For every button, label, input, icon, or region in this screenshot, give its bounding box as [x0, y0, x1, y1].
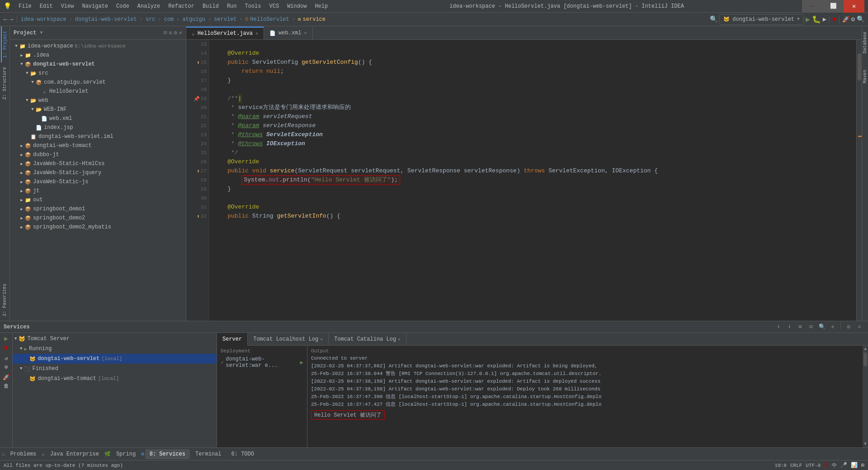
- svc-group-btn[interactable]: ⊞: [795, 322, 805, 332]
- svc-search-btn[interactable]: 🔍: [817, 322, 827, 332]
- tab-close-helloservlet[interactable]: ✕: [255, 31, 258, 36]
- maximize-button[interactable]: ⬜: [823, 0, 844, 13]
- tree-item-webxml[interactable]: ▶ 📄 web.xml: [10, 114, 186, 123]
- collapse-all-icon[interactable]: ⊟: [164, 29, 167, 36]
- services-bottom-tab[interactable]: 8: Services: [145, 449, 190, 459]
- menu-vcs[interactable]: VCS: [266, 2, 283, 10]
- project-dropdown-icon[interactable]: ▼: [40, 30, 42, 35]
- output-scrollbar[interactable]: ▲ ▼: [863, 346, 868, 447]
- menu-run[interactable]: Run: [223, 2, 241, 10]
- svc-item-running[interactable]: ▼ ▶ Running: [13, 344, 217, 354]
- java-enterprise-tab[interactable]: Java Enterprise: [46, 449, 104, 459]
- stats-icon[interactable]: 📊: [851, 462, 858, 469]
- svc-add-btn[interactable]: +: [828, 322, 838, 332]
- menu-navigate[interactable]: Navigate: [78, 2, 112, 10]
- breadcrumb-com[interactable]: com: [164, 16, 174, 23]
- minimize-button[interactable]: ─: [802, 0, 823, 13]
- run-config-dropdown[interactable]: ▼: [797, 17, 800, 22]
- run-button[interactable]: ▶: [806, 15, 810, 24]
- breadcrumb-class[interactable]: HelloServlet: [250, 16, 289, 23]
- database-tab[interactable]: Database: [862, 28, 868, 57]
- settings-button[interactable]: ⚙: [851, 15, 855, 23]
- svc-undeploy-icon[interactable]: 🗑: [4, 383, 9, 389]
- nav-back-icon[interactable]: ←: [4, 16, 7, 23]
- search-everywhere-button[interactable]: 🔍: [857, 15, 864, 23]
- tree-item-jt[interactable]: ▶ 📦 jt: [10, 186, 186, 195]
- svc-item-dongtai-running[interactable]: ▼ 🐱 dongtai-web-servlet [local]: [13, 354, 217, 364]
- menu-help[interactable]: Help: [311, 2, 331, 10]
- ime-icon[interactable]: 中: [832, 462, 837, 469]
- svc-item-dongtai-tomact[interactable]: ▼ 🐱 dongtai-web-tomact [local]: [13, 374, 217, 384]
- svc-item-tomcat-server[interactable]: ▼ 🐱 Tomcat Server: [13, 334, 217, 344]
- run-with-coverage-button[interactable]: ▶: [823, 15, 826, 23]
- tree-item-tomact[interactable]: ▶ 📦 dongtai-web-tomact: [10, 141, 186, 150]
- line-ending[interactable]: CRLF: [790, 463, 802, 468]
- log-tab-catalina-close[interactable]: ✕: [398, 337, 401, 342]
- scroll-thumb[interactable]: [863, 352, 867, 366]
- scroll-down-icon[interactable]: ▼: [864, 442, 867, 446]
- menu-analyze[interactable]: Analyze: [134, 2, 164, 10]
- menu-bar[interactable]: File Edit View Navigate Code Analyze Ref…: [15, 2, 331, 10]
- tree-item-springboot2[interactable]: ▶ 📦 springboot_demo2: [10, 214, 186, 223]
- tree-item-jquery[interactable]: ▶ 📦 JavaWeb-Static-jquery: [10, 168, 186, 177]
- breadcrumb-atguigu[interactable]: atguigu: [183, 16, 205, 23]
- menu-file[interactable]: File: [15, 2, 35, 10]
- menu-view[interactable]: View: [57, 2, 78, 10]
- breadcrumb-module[interactable]: dongtai-web-servlet: [75, 16, 137, 23]
- layout-icon[interactable]: ⊞: [861, 462, 864, 469]
- tree-item-springboot1[interactable]: ▶ 📦 springboot_demo1: [10, 204, 186, 214]
- deploy-button[interactable]: 🚀: [842, 16, 849, 23]
- tree-item-mybatis[interactable]: ▶ 📦 springboot_demo2_mybatis: [10, 223, 186, 232]
- tree-item-dongtai[interactable]: ▼ 📦 dongtai-web-servlet: [10, 60, 186, 69]
- spring-tab[interactable]: Spring: [112, 449, 140, 459]
- sort-icon[interactable]: ⇅: [169, 29, 172, 36]
- nav-forward-icon[interactable]: →: [9, 16, 13, 23]
- svc-config-icon[interactable]: ⚙: [5, 364, 8, 370]
- code-editor[interactable]: @Override public ServletConfig getServle…: [209, 40, 856, 321]
- tree-item-idea[interactable]: ▶ 📁 .idea: [10, 51, 186, 60]
- tree-item-web[interactable]: ▼ 📂 web: [10, 96, 186, 105]
- close-panel-icon[interactable]: ✕: [179, 29, 182, 36]
- menu-refactor[interactable]: Refactor: [165, 2, 198, 10]
- structure-tab[interactable]: Z: Structure: [1, 62, 8, 104]
- breadcrumb-workspace[interactable]: idea-workspace: [21, 16, 66, 23]
- menu-tools[interactable]: Tools: [241, 2, 265, 10]
- favorites-tab[interactable]: 2: Favorites: [1, 279, 8, 321]
- project-tab[interactable]: 1: Project: [1, 26, 9, 62]
- mic-icon[interactable]: 🎤: [840, 462, 847, 469]
- nav-search-icon[interactable]: 🔍: [710, 15, 717, 23]
- menu-window[interactable]: Window: [283, 2, 310, 10]
- menu-code[interactable]: Code: [113, 2, 133, 10]
- tree-item-webinf[interactable]: ▼ 📂 WEB-INF: [10, 105, 186, 114]
- tree-item-root[interactable]: ▼ 📁 idea-workspace E:\idea-workspace: [10, 42, 186, 51]
- tree-item-helloservlet[interactable]: ▶ ☕ HelloServlet: [10, 87, 186, 96]
- svc-restart-icon[interactable]: ↺: [5, 355, 8, 362]
- tree-item-src[interactable]: ▼ 📂 src: [10, 69, 186, 78]
- svc-item-finished[interactable]: ▼ ⬛ Finished: [13, 364, 217, 374]
- editor-tab-helloservlet[interactable]: ☕ HelloServlet.java ✕: [186, 27, 264, 39]
- svc-filter-btn[interactable]: ⊟: [806, 322, 816, 332]
- log-tab-localhost-close[interactable]: ✕: [320, 337, 323, 342]
- stop-button[interactable]: ■: [832, 16, 836, 23]
- tree-item-out[interactable]: ▶ 📁 out: [10, 195, 186, 204]
- breadcrumb-src[interactable]: src: [146, 16, 156, 23]
- terminal-tab[interactable]: Terminal: [191, 449, 226, 459]
- svc-close-btn[interactable]: ✕: [854, 322, 864, 332]
- tree-item-dubbo[interactable]: ▶ 📦 dubbo-jt: [10, 150, 186, 159]
- tree-item-js[interactable]: ▶ 📦 JavaWeb-Static-js: [10, 177, 186, 186]
- editor-tab-webxml[interactable]: 📄 web.xml ✕: [264, 27, 312, 39]
- breadcrumb-servlet[interactable]: servlet: [214, 16, 236, 23]
- svc-sort-btn[interactable]: ⬆: [774, 322, 783, 332]
- editor-scrollbar[interactable]: [856, 40, 862, 321]
- tree-item-htmlcss[interactable]: ▶ 📦 JavaWeb-Static-HtmlCss: [10, 159, 186, 168]
- deploy-expand-icon[interactable]: ▶: [300, 359, 303, 366]
- menu-edit[interactable]: Edit: [36, 2, 57, 10]
- todo-tab[interactable]: 6: TODO: [227, 449, 259, 459]
- svc-run-icon[interactable]: ▶: [4, 335, 8, 342]
- deployment-item[interactable]: ✓ dongtai-web-servlet:war e... ▶: [217, 355, 307, 370]
- close-button[interactable]: ✕: [844, 0, 864, 13]
- svc-sort-desc-btn[interactable]: ⬇: [784, 322, 794, 332]
- tree-item-iml[interactable]: ▶ 📋 dongtai-web-servlet.iml: [10, 132, 186, 141]
- svc-settings-btn[interactable]: ⚙: [844, 322, 854, 332]
- settings-panel-icon[interactable]: ⚙: [174, 29, 177, 36]
